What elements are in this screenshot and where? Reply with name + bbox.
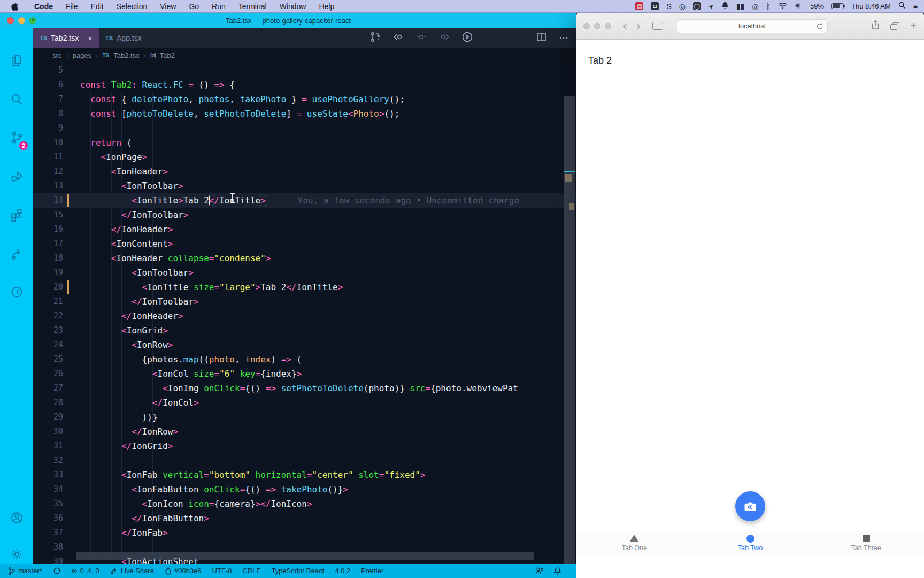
search-icon[interactable] [0, 85, 33, 113]
code-line-27[interactable]: 27 <IonImg onClick={() => setPhotoToDele… [33, 381, 576, 396]
sidebar-toggle-icon[interactable] [652, 22, 663, 30]
code-line-20[interactable]: 20 <IonTitle size="large">Tab 2</IonTitl… [33, 280, 576, 294]
code-line-32[interactable]: 32 [33, 453, 576, 468]
zoom-window-button[interactable] [605, 23, 611, 29]
code-editor[interactable]: 56const Tab2: React.FC = () => {7 const … [33, 62, 576, 564]
share-icon[interactable] [871, 20, 880, 32]
code-line-11[interactable]: 11 <IonPage> [33, 150, 576, 164]
spotlight-search-icon[interactable] [898, 2, 906, 11]
code-line-37[interactable]: 37 </IonFab> [33, 526, 576, 540]
code-line-25[interactable]: 25 {photos.map((photo, index) => ( [33, 352, 576, 367]
close-tab-icon[interactable]: × [88, 34, 93, 43]
source-control-icon[interactable]: 2 [0, 123, 33, 152]
code-line-5[interactable]: 5 [33, 63, 576, 78]
explorer-icon[interactable] [0, 46, 33, 75]
menu-view[interactable]: View [153, 2, 182, 11]
back-button[interactable]: ‹ [623, 19, 627, 33]
code-line-18[interactable]: 18 <IonHeader collapse="condense"> [33, 251, 576, 265]
menu-terminal[interactable]: Terminal [232, 2, 273, 11]
menu-selection[interactable]: Selection [110, 2, 154, 11]
selected-app-icon[interactable]: ◯ [693, 2, 701, 10]
code-line-22[interactable]: 22 </IonHeader> [33, 309, 576, 323]
language-mode-status[interactable]: TypeScript React [271, 567, 324, 575]
live-share-icon[interactable] [0, 239, 33, 268]
code-line-34[interactable]: 34 <IonFabButton onClick={() => takePhot… [33, 482, 576, 497]
menu-go[interactable]: Go [182, 2, 205, 11]
live-share-status[interactable]: Live Share [110, 567, 154, 575]
run-debug-icon[interactable] [0, 162, 33, 191]
sync-status[interactable] [53, 567, 61, 575]
breadcrumb-file[interactable]: Tab2.tsx [113, 51, 139, 59]
navigate-back-icon[interactable] [392, 31, 404, 45]
breadcrumb-src[interactable]: src [52, 51, 61, 59]
menu-run[interactable]: Run [205, 2, 232, 11]
code-line-13[interactable]: 13 <IonToolbar> [33, 179, 576, 193]
breadcrumb-pages[interactable]: pages [73, 51, 91, 59]
take-photo-fab-button[interactable] [735, 491, 765, 521]
bluetooth-icon[interactable]: ᛒ [766, 3, 771, 10]
git-branch-status[interactable]: master* [7, 567, 42, 575]
eol-status[interactable]: CRLF [242, 567, 260, 575]
more-actions-icon[interactable]: ⋯ [559, 32, 569, 44]
reload-icon[interactable] [816, 22, 823, 31]
notifications-bell-icon[interactable] [553, 567, 561, 575]
menu-edit[interactable]: Edit [84, 2, 110, 11]
horizontal-scrollbar[interactable] [76, 552, 534, 560]
vscode-titlebar[interactable]: Tab2.tsx — photo-gallery-capacitor-react [0, 13, 576, 28]
breadcrumb-symbol-tab2[interactable]: Tab2 [160, 51, 175, 59]
stage-manager-icon[interactable]: ▮▮ [736, 3, 744, 10]
tab-three-button[interactable]: Tab Three [808, 531, 924, 554]
run-file-icon[interactable] [461, 31, 473, 45]
code-line-30[interactable]: 30 </IonRow> [33, 424, 576, 439]
address-bar[interactable]: localhost [677, 19, 828, 33]
code-line-7[interactable]: 7 const { deletePhoto, photos, takePhoto… [33, 92, 576, 107]
code-line-21[interactable]: 21 </IonToolbar> [33, 294, 576, 309]
menu-help[interactable]: Help [312, 2, 341, 11]
extensions-icon[interactable] [0, 200, 33, 229]
forward-button[interactable]: › [636, 19, 640, 33]
film-app-icon[interactable]: ▤ [635, 2, 643, 10]
current-change-icon[interactable] [415, 31, 427, 45]
menu-file[interactable]: File [59, 2, 84, 11]
control-center-icon[interactable]: ≡ [913, 3, 918, 10]
volume-icon[interactable] [795, 2, 803, 11]
code-line-35[interactable]: 35 <IonIcon icon={camera}></IonIcon> [33, 497, 576, 511]
code-line-29[interactable]: 29 ))} [33, 410, 576, 424]
record-app-icon[interactable]: ◎ [679, 3, 686, 10]
code-line-14[interactable]: 14 <IonTitle>Tab 2</IonTitle>You, a few … [33, 193, 576, 208]
tab-app-tsx[interactable]: TS App.tsx [99, 28, 148, 48]
minimize-window-button[interactable] [594, 23, 600, 29]
menu-code[interactable]: Code [28, 2, 59, 11]
zoom-window-button[interactable] [29, 17, 36, 24]
tab-tab2-tsx[interactable]: TS Tab2.tsx × [33, 28, 99, 48]
problems-status[interactable]: ⊗ 0 ⚠ 0 [72, 567, 99, 575]
new-tab-icon[interactable]: + [910, 20, 917, 32]
split-editor-icon[interactable] [536, 31, 548, 45]
code-line-12[interactable]: 12 <IonHeader> [33, 164, 576, 179]
code-line-28[interactable]: 28 </IonCol> [33, 396, 576, 410]
tab-two-button[interactable]: Tab Two [692, 531, 808, 554]
notification-bell-icon[interactable] [721, 2, 729, 11]
code-line-10[interactable]: 10 return ( [33, 135, 576, 150]
code-line-17[interactable]: 17 <IonContent> [33, 237, 576, 251]
code-line-15[interactable]: 15 </IonToolbar> [33, 208, 576, 222]
test-explorer-icon[interactable] [0, 277, 33, 306]
shush-app-icon[interactable]: S [666, 3, 671, 10]
formatter-status[interactable]: Prettier [361, 567, 383, 575]
code-line-31[interactable]: 31 </IonGrid> [33, 439, 576, 453]
close-window-button[interactable] [583, 23, 590, 29]
apple-menu-icon[interactable] [11, 2, 18, 11]
tab-one-button[interactable]: Tab One [576, 531, 692, 554]
menubar-clock[interactable]: Thu 8:46 AM [851, 2, 891, 10]
git-compare-icon[interactable] [369, 31, 381, 45]
feedback-icon[interactable] [535, 567, 544, 575]
code-line-24[interactable]: 24 <IonRow> [33, 338, 576, 352]
code-line-6[interactable]: 6const Tab2: React.FC = () => { [33, 78, 576, 92]
ts-version-status[interactable]: 4.0.2 [335, 567, 350, 575]
encoding-status[interactable]: UTF-8 [212, 567, 232, 575]
code-line-19[interactable]: 19 <IonToolbar> [33, 265, 576, 280]
code-line-36[interactable]: 36 </IonFabButton> [33, 511, 576, 526]
minimize-window-button[interactable] [18, 17, 25, 24]
rocket-app-icon[interactable]: ➤ [706, 2, 715, 11]
code-line-8[interactable]: 8 const [photoToDelete, setPhotoToDelete… [33, 107, 576, 121]
